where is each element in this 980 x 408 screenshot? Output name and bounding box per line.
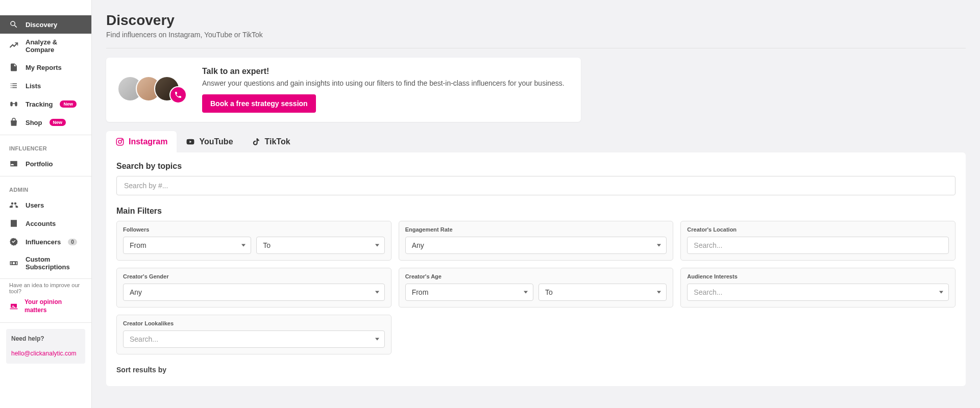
sidebar-item-label: Portfolio [26,160,53,168]
followers-to-select[interactable]: To [256,237,384,254]
tiktok-icon [252,137,261,146]
sidebar-item-discovery[interactable]: Discovery [0,15,91,34]
sidebar-item-lists[interactable]: Lists [0,76,91,95]
tab-label: YouTube [199,137,233,146]
page-subtitle: Find influencers on Instagram, YouTube o… [106,31,966,39]
filter-engagement: Engagement Rate Any [399,221,674,261]
sort-heading: Sort results by [116,366,955,374]
svg-point-1 [118,140,121,143]
filter-panel: Search by topics Main Filters Followers … [106,152,966,386]
tab-youtube[interactable]: YouTube [177,131,242,152]
filter-label: Engagement Rate [405,226,667,233]
interests-input[interactable] [694,288,933,296]
filter-label: Creator Lookalikes [123,320,385,326]
filter-row-3: Creator Lookalikes [116,315,955,354]
opinion-link[interactable]: Your opinion matters [9,298,82,314]
new-badge: New [50,119,66,126]
youtube-icon [186,137,195,146]
help-email-link[interactable]: hello@clickanalytic.com [11,350,77,357]
sidebar-item-accounts[interactable]: Accounts [0,214,91,233]
filter-label: Creator's Gender [123,273,385,279]
opinion-link-label: Your opinion matters [24,298,82,314]
chart-icon [9,41,18,50]
sidebar-item-label: My Reports [26,64,62,71]
sidebar-item-analyze[interactable]: Analyze & Compare [0,34,91,58]
expert-desc: Answer your questions and gain insights … [202,79,570,87]
sidebar-item-shop[interactable]: Shop New [0,113,91,132]
sidebar-item-subscriptions[interactable]: Custom Subscriptions [0,251,91,275]
age-to-select[interactable]: To [538,284,667,301]
opinion-prompt: Have an idea to improve our tool? [9,282,82,294]
sidebar-logo-area [0,0,91,15]
sidebar-item-label: Shop [26,119,42,126]
tab-tiktok[interactable]: TikTok [242,131,300,152]
filter-row-2: Creator's Gender Any Creator's Age From … [116,268,955,308]
filter-interests: Audience Interests [680,268,955,308]
help-heading: Need help? [11,335,80,342]
lookalikes-input[interactable] [130,335,369,343]
sidebar-item-users[interactable]: Users [0,196,91,214]
binoculars-icon [9,99,18,109]
filters-heading: Main Filters [116,207,955,216]
sidebar-item-label: Lists [26,82,41,90]
filter-followers: Followers From To [116,221,391,261]
avatar-stack [117,76,187,104]
expert-card: Talk to an expert! Answer your questions… [106,58,581,122]
sidebar: Discovery Analyze & Compare My Reports L… [0,0,92,408]
opinion-block: Have an idea to improve our tool? Your o… [0,282,91,319]
sidebar-item-label: Influencers [26,238,61,246]
section-heading-admin: ADMIN [0,180,91,196]
divider [0,135,91,135]
divider [0,278,91,279]
engagement-select[interactable]: Any [405,237,667,254]
filter-row-1: Followers From To Engagement Rate Any Cr… [116,221,955,261]
help-block: Need help? hello@clickanalytic.com [6,329,85,364]
tab-instagram[interactable]: Instagram [106,131,177,152]
filter-gender: Creator's Gender Any [116,268,391,308]
filter-label: Creator's Location [687,226,949,233]
main-content: Discovery Find influencers on Instagram,… [92,0,980,408]
divider [0,322,91,323]
users-icon [9,200,18,210]
tab-label: Instagram [129,137,167,146]
filter-label: Audience Interests [687,273,949,279]
sidebar-item-label: Analyze & Compare [26,38,82,54]
sidebar-item-label: Custom Subscriptions [26,256,82,271]
topics-heading: Search by topics [116,162,955,171]
gender-select[interactable]: Any [123,284,385,301]
filter-label: Creator's Age [405,273,667,279]
section-heading-influencer: INFLUENCER [0,138,91,155]
bag-icon [9,118,18,127]
sidebar-item-label: Discovery [26,21,57,29]
sidebar-item-tracking[interactable]: Tracking New [0,95,91,113]
instagram-icon [115,137,125,146]
tab-label: TikTok [265,137,290,146]
sidebar-item-label: Accounts [26,220,56,227]
title-underline [106,48,966,48]
interests-select[interactable] [687,284,949,301]
filter-location: Creator's Location [680,221,955,261]
age-from-select[interactable]: From [405,284,533,301]
sidebar-item-reports[interactable]: My Reports [0,58,91,76]
book-session-button[interactable]: Book a free strategy session [202,94,316,113]
followers-from-select[interactable]: From [123,237,251,254]
phone-icon [169,86,187,104]
location-input[interactable] [687,237,949,254]
new-badge: New [60,100,77,108]
money-icon [9,259,18,268]
file-icon [9,63,18,72]
laptop-check-icon [9,302,18,311]
sidebar-item-label: Tracking [26,100,53,108]
sidebar-item-influencers[interactable]: Influencers 0 [0,233,91,251]
platform-tabs: Instagram YouTube TikTok [106,131,966,152]
search-icon [9,20,18,29]
count-badge: 0 [68,239,77,245]
filter-age: Creator's Age From To [399,268,674,308]
list-icon [9,81,18,90]
filter-lookalikes: Creator Lookalikes [116,315,391,354]
expert-body: Talk to an expert! Answer your questions… [202,67,570,113]
verified-icon [9,237,18,246]
sidebar-item-portfolio[interactable]: Portfolio [0,155,91,173]
topics-search-input[interactable] [116,176,955,195]
lookalikes-select[interactable] [123,330,385,348]
